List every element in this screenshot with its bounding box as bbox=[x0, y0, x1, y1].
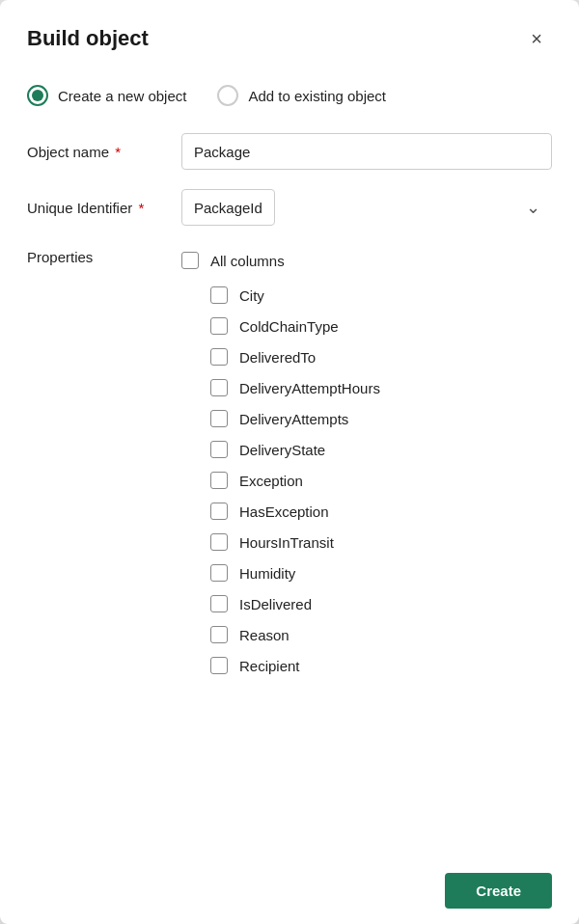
city-checkbox[interactable] bbox=[210, 286, 228, 304]
unique-identifier-row: Unique Identifier * PackageId ⌄ bbox=[27, 189, 552, 226]
cold-chain-type-checkbox[interactable] bbox=[210, 317, 228, 335]
delivery-attempts-label: DeliveryAttempts bbox=[239, 411, 348, 427]
close-icon: × bbox=[531, 28, 542, 50]
delivery-attempt-hours-checkbox[interactable] bbox=[210, 379, 228, 396]
list-item[interactable]: Reason bbox=[210, 619, 552, 650]
list-item[interactable]: Humidity bbox=[210, 557, 552, 588]
dialog-header: Build object × bbox=[0, 0, 579, 69]
exception-label: Exception bbox=[239, 473, 303, 489]
list-item[interactable]: DeliveryAttempts bbox=[210, 403, 552, 434]
city-label: City bbox=[239, 287, 264, 304]
unique-identifier-select-wrapper: PackageId ⌄ bbox=[181, 189, 552, 226]
unique-identifier-label: Unique Identifier * bbox=[27, 200, 181, 216]
dialog-footer: Create bbox=[0, 857, 579, 924]
required-star-name: * bbox=[111, 144, 121, 160]
has-exception-checkbox[interactable] bbox=[210, 503, 228, 520]
radio-circle-existing bbox=[217, 85, 238, 106]
recipient-checkbox[interactable] bbox=[210, 657, 228, 674]
radio-label-existing: Add to existing object bbox=[248, 88, 386, 104]
all-columns-row[interactable]: All columns bbox=[181, 245, 552, 276]
properties-section: Properties All columns City ColdChainTyp… bbox=[27, 245, 552, 681]
delivery-attempts-checkbox[interactable] bbox=[210, 410, 228, 427]
radio-group: Create a new object Add to existing obje… bbox=[27, 85, 552, 106]
list-item[interactable]: DeliveredTo bbox=[210, 341, 552, 372]
all-columns-label: All columns bbox=[210, 253, 285, 269]
is-delivered-checkbox[interactable] bbox=[210, 595, 228, 612]
list-item[interactable]: Recipient bbox=[210, 650, 552, 681]
object-name-input[interactable] bbox=[181, 133, 552, 170]
hours-in-transit-label: HoursInTransit bbox=[239, 534, 334, 551]
humidity-label: Humidity bbox=[239, 565, 295, 582]
list-item[interactable]: City bbox=[210, 280, 552, 311]
build-object-dialog: Build object × Create a new object Add t… bbox=[0, 0, 579, 924]
hours-in-transit-checkbox[interactable] bbox=[210, 533, 228, 551]
recipient-label: Recipient bbox=[239, 658, 300, 674]
has-exception-label: HasException bbox=[239, 503, 329, 520]
radio-add-existing[interactable]: Add to existing object bbox=[217, 85, 386, 106]
radio-circle-create bbox=[27, 85, 48, 106]
exception-checkbox[interactable] bbox=[210, 472, 228, 489]
radio-create-new[interactable]: Create a new object bbox=[27, 85, 186, 106]
list-item[interactable]: Exception bbox=[210, 465, 552, 496]
dialog-title: Build object bbox=[27, 26, 149, 51]
list-item[interactable]: DeliveryAttemptHours bbox=[210, 372, 552, 403]
all-columns-checkbox[interactable] bbox=[181, 252, 199, 269]
list-item[interactable]: DeliveryState bbox=[210, 434, 552, 465]
delivery-attempt-hours-label: DeliveryAttemptHours bbox=[239, 380, 380, 396]
cold-chain-type-label: ColdChainType bbox=[239, 318, 339, 335]
properties-list: All columns City ColdChainType Delivered… bbox=[181, 245, 552, 681]
list-item[interactable]: HoursInTransit bbox=[210, 527, 552, 557]
required-star-uid: * bbox=[134, 200, 144, 216]
close-button[interactable]: × bbox=[521, 23, 552, 54]
delivered-to-label: DeliveredTo bbox=[239, 349, 316, 366]
delivery-state-label: DeliveryState bbox=[239, 442, 325, 458]
is-delivered-label: IsDelivered bbox=[239, 596, 312, 612]
reason-checkbox[interactable] bbox=[210, 626, 228, 643]
delivery-state-checkbox[interactable] bbox=[210, 441, 228, 458]
object-name-label: Object name * bbox=[27, 144, 181, 160]
delivered-to-checkbox[interactable] bbox=[210, 348, 228, 366]
list-item[interactable]: ColdChainType bbox=[210, 311, 552, 341]
list-item[interactable]: HasException bbox=[210, 496, 552, 527]
chevron-down-icon: ⌄ bbox=[526, 197, 540, 218]
list-item[interactable]: IsDelivered bbox=[210, 588, 552, 619]
object-name-row: Object name * bbox=[27, 133, 552, 170]
properties-sub-list: City ColdChainType DeliveredTo DeliveryA… bbox=[181, 280, 552, 681]
unique-identifier-select[interactable]: PackageId bbox=[181, 189, 275, 226]
radio-label-create: Create a new object bbox=[58, 88, 186, 104]
create-button[interactable]: Create bbox=[445, 873, 552, 909]
humidity-checkbox[interactable] bbox=[210, 564, 228, 582]
reason-label: Reason bbox=[239, 627, 290, 643]
dialog-body: Create a new object Add to existing obje… bbox=[0, 69, 579, 857]
properties-label: Properties bbox=[27, 245, 181, 265]
